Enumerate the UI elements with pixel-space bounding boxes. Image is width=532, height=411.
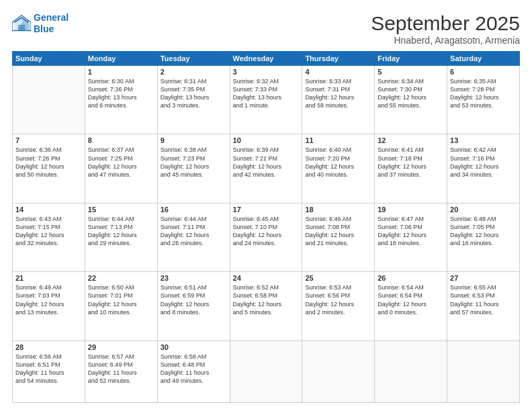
day-number: 9 bbox=[161, 136, 227, 144]
day-info: Sunrise: 6:50 AM Sunset: 7:01 PM Dayligh… bbox=[88, 283, 154, 316]
day-number: 11 bbox=[305, 136, 371, 144]
day-info: Sunrise: 6:44 AM Sunset: 7:11 PM Dayligh… bbox=[161, 215, 227, 248]
day-info: Sunrise: 6:32 AM Sunset: 7:33 PM Dayligh… bbox=[233, 77, 300, 110]
logo-line2: Blue bbox=[34, 24, 54, 34]
day-cell: 16Sunrise: 6:44 AM Sunset: 7:11 PM Dayli… bbox=[157, 203, 230, 271]
page: General Blue September 2025 Hnaberd, Ara… bbox=[0, 0, 532, 411]
day-number: 15 bbox=[88, 205, 154, 214]
day-info: Sunrise: 6:34 AM Sunset: 7:30 PM Dayligh… bbox=[378, 77, 444, 110]
day-number: 20 bbox=[450, 205, 517, 214]
day-number: 24 bbox=[233, 274, 300, 282]
day-number: 5 bbox=[378, 68, 444, 76]
logo-icon bbox=[12, 14, 31, 33]
day-cell: 20Sunrise: 6:48 AM Sunset: 7:05 PM Dayli… bbox=[447, 203, 520, 271]
day-info: Sunrise: 6:57 AM Sunset: 6:49 PM Dayligh… bbox=[88, 353, 154, 385]
logo-line1: General bbox=[34, 12, 69, 23]
day-cell bbox=[302, 340, 375, 402]
day-info: Sunrise: 6:48 AM Sunset: 7:05 PM Dayligh… bbox=[450, 215, 517, 248]
day-cell bbox=[230, 340, 302, 402]
day-cell: 10Sunrise: 6:39 AM Sunset: 7:21 PM Dayli… bbox=[230, 134, 302, 203]
day-info: Sunrise: 6:54 AM Sunset: 6:54 PM Dayligh… bbox=[378, 283, 444, 316]
day-info: Sunrise: 6:45 AM Sunset: 7:10 PM Dayligh… bbox=[233, 215, 300, 248]
day-cell: 8Sunrise: 6:37 AM Sunset: 7:25 PM Daylig… bbox=[85, 134, 157, 203]
day-info: Sunrise: 6:36 AM Sunset: 7:26 PM Dayligh… bbox=[15, 146, 82, 179]
day-cell: 28Sunrise: 6:56 AM Sunset: 6:51 PM Dayli… bbox=[13, 340, 85, 402]
day-info: Sunrise: 6:42 AM Sunset: 7:16 PM Dayligh… bbox=[450, 146, 517, 179]
day-number: 12 bbox=[378, 136, 444, 144]
day-number: 22 bbox=[88, 274, 154, 282]
col-sunday: Sunday bbox=[13, 52, 85, 66]
day-info: Sunrise: 6:53 AM Sunset: 6:56 PM Dayligh… bbox=[305, 283, 371, 316]
day-number: 8 bbox=[88, 136, 154, 144]
day-cell: 23Sunrise: 6:51 AM Sunset: 6:59 PM Dayli… bbox=[157, 272, 230, 340]
day-number: 1 bbox=[88, 68, 154, 76]
day-cell: 29Sunrise: 6:57 AM Sunset: 6:49 PM Dayli… bbox=[85, 340, 157, 402]
calendar-table: Sunday Monday Tuesday Wednesday Thursday… bbox=[12, 51, 520, 403]
day-info: Sunrise: 6:58 AM Sunset: 6:48 PM Dayligh… bbox=[161, 353, 227, 385]
day-info: Sunrise: 6:47 AM Sunset: 7:06 PM Dayligh… bbox=[378, 215, 444, 248]
day-cell: 18Sunrise: 6:46 AM Sunset: 7:08 PM Dayli… bbox=[302, 203, 375, 271]
day-number: 25 bbox=[305, 274, 371, 282]
day-info: Sunrise: 6:39 AM Sunset: 7:21 PM Dayligh… bbox=[233, 146, 300, 179]
day-number: 16 bbox=[161, 205, 227, 214]
col-tuesday: Tuesday bbox=[157, 52, 230, 66]
day-cell: 15Sunrise: 6:44 AM Sunset: 7:13 PM Dayli… bbox=[85, 203, 157, 271]
day-number: 2 bbox=[161, 68, 227, 76]
day-cell: 3Sunrise: 6:32 AM Sunset: 7:33 PM Daylig… bbox=[230, 66, 302, 134]
day-info: Sunrise: 6:44 AM Sunset: 7:13 PM Dayligh… bbox=[88, 215, 154, 248]
col-wednesday: Wednesday bbox=[230, 52, 302, 66]
day-cell: 5Sunrise: 6:34 AM Sunset: 7:30 PM Daylig… bbox=[375, 66, 447, 134]
day-number: 27 bbox=[450, 274, 517, 282]
col-friday: Friday bbox=[375, 52, 447, 66]
day-number: 7 bbox=[15, 136, 82, 144]
day-number: 3 bbox=[233, 68, 300, 76]
day-cell: 12Sunrise: 6:41 AM Sunset: 7:18 PM Dayli… bbox=[375, 134, 447, 203]
main-title: September 2025 bbox=[371, 12, 520, 35]
day-info: Sunrise: 6:38 AM Sunset: 7:23 PM Dayligh… bbox=[161, 146, 227, 179]
day-number: 23 bbox=[161, 274, 227, 282]
day-cell: 27Sunrise: 6:55 AM Sunset: 6:53 PM Dayli… bbox=[447, 272, 520, 340]
day-number: 21 bbox=[15, 274, 82, 282]
logo: General Blue bbox=[12, 12, 69, 35]
day-cell: 2Sunrise: 6:31 AM Sunset: 7:35 PM Daylig… bbox=[157, 66, 230, 134]
day-info: Sunrise: 6:30 AM Sunset: 7:36 PM Dayligh… bbox=[88, 77, 154, 110]
day-cell bbox=[375, 340, 447, 402]
day-info: Sunrise: 6:46 AM Sunset: 7:08 PM Dayligh… bbox=[305, 215, 371, 248]
day-cell: 17Sunrise: 6:45 AM Sunset: 7:10 PM Dayli… bbox=[230, 203, 302, 271]
day-cell: 14Sunrise: 6:43 AM Sunset: 7:15 PM Dayli… bbox=[13, 203, 85, 271]
header: General Blue September 2025 Hnaberd, Ara… bbox=[12, 12, 520, 46]
day-cell: 26Sunrise: 6:54 AM Sunset: 6:54 PM Dayli… bbox=[375, 272, 447, 340]
day-number: 29 bbox=[88, 343, 154, 351]
day-number: 14 bbox=[15, 205, 82, 214]
day-info: Sunrise: 6:35 AM Sunset: 7:28 PM Dayligh… bbox=[450, 77, 517, 110]
header-row: Sunday Monday Tuesday Wednesday Thursday… bbox=[13, 52, 520, 66]
day-number: 4 bbox=[305, 68, 371, 76]
day-cell: 22Sunrise: 6:50 AM Sunset: 7:01 PM Dayli… bbox=[85, 272, 157, 340]
day-cell: 21Sunrise: 6:49 AM Sunset: 7:03 PM Dayli… bbox=[13, 272, 85, 340]
day-cell: 24Sunrise: 6:52 AM Sunset: 6:58 PM Dayli… bbox=[230, 272, 302, 340]
day-number: 28 bbox=[15, 343, 82, 351]
day-cell bbox=[13, 66, 85, 134]
day-number: 13 bbox=[450, 136, 517, 144]
day-cell: 25Sunrise: 6:53 AM Sunset: 6:56 PM Dayli… bbox=[302, 272, 375, 340]
day-cell: 4Sunrise: 6:33 AM Sunset: 7:31 PM Daylig… bbox=[302, 66, 375, 134]
day-cell: 9Sunrise: 6:38 AM Sunset: 7:23 PM Daylig… bbox=[157, 134, 230, 203]
day-number: 18 bbox=[305, 205, 371, 214]
day-cell: 1Sunrise: 6:30 AM Sunset: 7:36 PM Daylig… bbox=[85, 66, 157, 134]
day-number: 26 bbox=[378, 274, 444, 282]
day-number: 17 bbox=[233, 205, 300, 214]
subtitle: Hnaberd, Aragatsotn, Armenia bbox=[371, 35, 520, 46]
col-monday: Monday bbox=[85, 52, 157, 66]
day-info: Sunrise: 6:43 AM Sunset: 7:15 PM Dayligh… bbox=[15, 215, 82, 248]
day-number: 6 bbox=[450, 68, 517, 76]
day-number: 19 bbox=[378, 205, 444, 214]
title-area: September 2025 Hnaberd, Aragatsotn, Arme… bbox=[371, 12, 520, 46]
day-info: Sunrise: 6:31 AM Sunset: 7:35 PM Dayligh… bbox=[161, 77, 227, 110]
day-number: 30 bbox=[161, 343, 227, 351]
svg-rect-4 bbox=[18, 25, 26, 31]
week-row-5: 28Sunrise: 6:56 AM Sunset: 6:51 PM Dayli… bbox=[13, 340, 520, 402]
week-row-3: 14Sunrise: 6:43 AM Sunset: 7:15 PM Dayli… bbox=[13, 203, 520, 271]
day-info: Sunrise: 6:33 AM Sunset: 7:31 PM Dayligh… bbox=[305, 77, 371, 110]
day-info: Sunrise: 6:41 AM Sunset: 7:18 PM Dayligh… bbox=[378, 146, 444, 179]
day-info: Sunrise: 6:51 AM Sunset: 6:59 PM Dayligh… bbox=[161, 283, 227, 316]
